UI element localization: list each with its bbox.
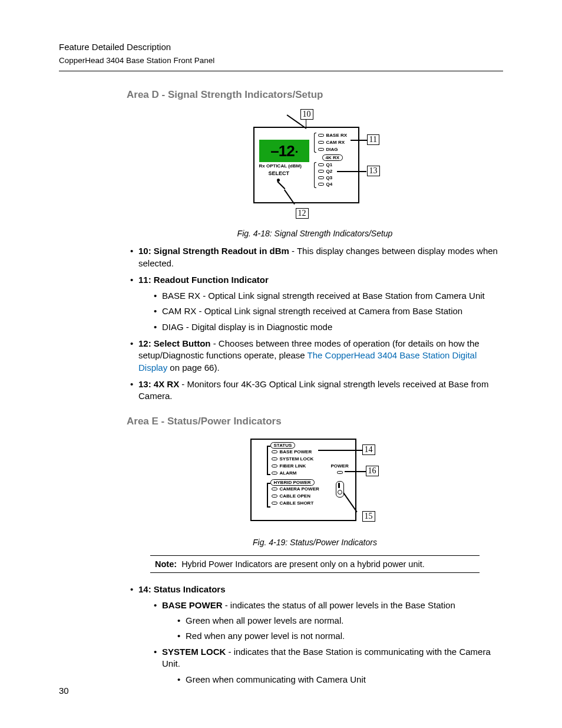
bullet-10-label: 10: Signal Strength Readout in dBm (138, 246, 289, 256)
bracket-hybrid-t (267, 483, 270, 484)
led-camera-power (272, 487, 277, 490)
bullet-12-label: 12: Select Button (138, 338, 211, 348)
pill-hybrid-power: HYBRID POWER (270, 479, 315, 486)
running-header-title: Feature Detailed Description (59, 41, 503, 53)
bullet-system-lock: SYSTEM LOCK - indicates that the Base St… (151, 646, 503, 686)
status-power-diagram: STATUS BASE POWER SYSTEM LOCK FIBER LINK… (244, 436, 386, 530)
signal-readout-display: –12 (259, 140, 309, 162)
bullet-11-sub-0: BASE RX - Optical Link signal strength r… (151, 290, 503, 302)
led-cam-rx (318, 141, 324, 144)
power-led (337, 471, 343, 474)
base-power-sub-1: Red when any power level is not normal. (175, 630, 503, 643)
led-cam-rx-label: CAM RX (326, 140, 345, 145)
area-d-heading: Area D - Signal Strength Indicators/Setu… (127, 89, 503, 101)
led-alarm (272, 472, 277, 475)
led-fiber-link-label: FIBER LINK (280, 463, 306, 469)
system-lock-sub-0: Green when communicating with Camera Uni… (175, 674, 503, 686)
area-d-bullets: 10: Signal Strength Readout in dBm - Thi… (127, 245, 503, 403)
area-e-bullets: 14: Status Indicators BASE POWER - indic… (127, 584, 503, 686)
bullet-12-text-b: on page 66). (167, 363, 219, 373)
signal-strength-diagram: 10 –12 Rx OPTICAL (dBM) SELECT BASE RX C… (247, 109, 383, 221)
led-q1 (318, 163, 324, 166)
power-label: POWER (331, 463, 349, 469)
system-lock-label: SYSTEM LOCK (162, 647, 226, 657)
led-base-rx-label: BASE RX (326, 133, 348, 138)
bracket-11 (314, 133, 316, 153)
power-switch-off-icon (338, 490, 342, 495)
bullet-14-label: 14: Status Indicators (138, 584, 226, 594)
bracket-hybrid-b (267, 506, 270, 508)
pill-status: STATUS (270, 442, 296, 449)
led-q3-label: Q3 (326, 175, 333, 180)
bullet-11-sub-1: CAM RX - Optical Link signal strength re… (151, 305, 503, 318)
led-base-rx (318, 134, 324, 137)
base-power-sub-0: Green when all power levels are normal. (175, 615, 503, 627)
power-switch-on-icon (338, 483, 340, 488)
figure-4-19: STATUS BASE POWER SYSTEM LOCK FIBER LINK… (127, 436, 503, 547)
led-base-power (272, 450, 277, 453)
leader-13 (337, 171, 366, 172)
note-label: Note: (155, 559, 177, 569)
callout-11: 11 (367, 134, 379, 145)
bracket-status-t (267, 446, 270, 447)
bracket-status-b (267, 474, 270, 475)
bullet-14: 14: Status Indicators BASE POWER - indic… (127, 584, 503, 686)
callout-10: 10 (300, 109, 313, 120)
led-cable-open (272, 495, 277, 498)
figure-4-19-caption: Fig. 4-19: Status/Power Indicators (127, 538, 503, 547)
bracket-13 (314, 162, 316, 188)
bullet-12: 12: Select Button - Chooses between thre… (127, 338, 503, 374)
led-alarm-label: ALARM (280, 470, 297, 476)
led-system-lock (272, 457, 277, 460)
led-diag (318, 148, 324, 151)
area-e-heading: Area E - Status/Power Indicators (127, 416, 503, 427)
callout-13: 13 (367, 166, 380, 176)
bracket-hybrid-v (267, 483, 268, 508)
led-cable-short (272, 502, 277, 505)
led-q4-label: Q4 (326, 182, 333, 187)
led-q2 (318, 170, 324, 173)
panel-outline: –12 Rx OPTICAL (dBM) SELECT BASE RX CAM … (253, 127, 359, 203)
led-q3 (318, 176, 324, 179)
led-fiber-link (272, 465, 277, 467)
bullet-base-power: BASE POWER - indicates the status of all… (151, 599, 503, 643)
note-box: Note: Hybrid Power Indicators are presen… (150, 555, 480, 573)
bullet-10: 10: Signal Strength Readout in dBm - Thi… (127, 245, 503, 269)
led-q2-label: Q2 (326, 169, 333, 174)
callout-12: 12 (296, 208, 309, 219)
header-rule (59, 71, 503, 71)
callout-16: 16 (366, 466, 379, 476)
bullet-11-sub-2: DIAG - Digital display is in Diagnostic … (151, 321, 503, 334)
bullet-13-text: - Monitors four 4K-3G Optical Link signa… (138, 379, 488, 401)
leader-11 (351, 140, 367, 141)
leader-14 (318, 450, 362, 451)
led-system-lock-label: SYSTEM LOCK (280, 456, 314, 462)
bullet-11: 11: Readout Function Indicator BASE RX -… (127, 274, 503, 334)
led-diag-label: DIAG (326, 147, 338, 152)
bullet-13: 13: 4X RX - Monitors four 4K-3G Optical … (127, 378, 503, 403)
led-camera-power-label: CAMERA POWER (280, 486, 319, 492)
led-base-power-label: BASE POWER (280, 449, 312, 454)
led-cable-short-label: CABLE SHORT (280, 500, 314, 506)
figure-4-18-caption: Fig. 4-18: Signal Strength Indicators/Se… (127, 229, 503, 238)
rx-optical-label: Rx OPTICAL (dBM) (259, 163, 302, 169)
bullet-11-label: 11: Readout Function Indicator (138, 275, 269, 285)
page-number: 30 (59, 686, 69, 696)
callout-14: 14 (362, 444, 375, 455)
leader-16 (345, 471, 366, 472)
note-text: Hybrid Power Indicators are present only… (181, 559, 425, 569)
callout-15: 15 (362, 511, 375, 522)
base-power-text: - indicates the status of all power leve… (223, 600, 455, 610)
bullet-13-label: 13: 4X RX (138, 379, 179, 389)
running-header-subtitle: CopperHead 3404 Base Station Front Panel (59, 55, 503, 66)
bracket-status-v (267, 446, 268, 475)
led-cable-open-label: CABLE OPEN (280, 493, 310, 499)
status-panel-outline: STATUS BASE POWER SYSTEM LOCK FIBER LINK… (250, 439, 356, 521)
select-label: SELECT (269, 170, 290, 176)
led-q4 (318, 183, 324, 186)
base-power-label: BASE POWER (162, 600, 223, 610)
pill-4krx: 4K RX (322, 154, 343, 161)
figure-4-18: 10 –12 Rx OPTICAL (dBM) SELECT BASE RX C… (127, 109, 503, 238)
led-q1-label: Q1 (326, 162, 333, 167)
